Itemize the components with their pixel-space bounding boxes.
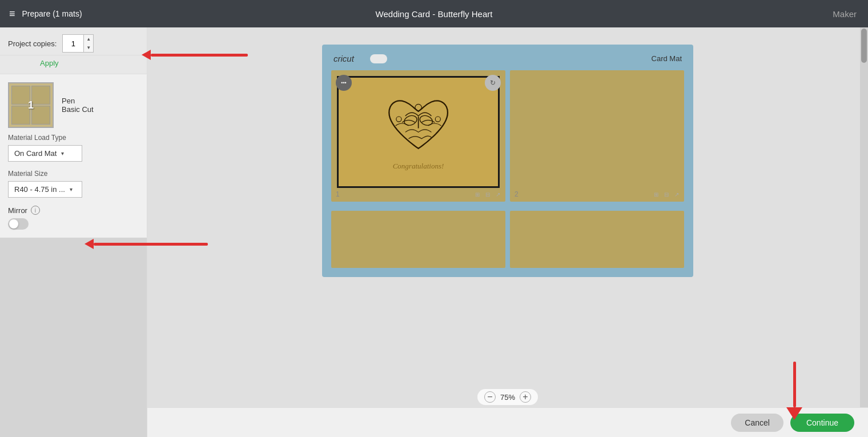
apply-button[interactable]: Apply	[40, 59, 59, 67]
card-mat-label: Card Mat	[652, 54, 682, 63]
butterfly-heart-svg	[359, 93, 478, 158]
zoom-controls: − 75% +	[477, 389, 538, 405]
material-size-chevron-icon: ▾	[70, 186, 73, 193]
mirror-toggle-wrap	[8, 218, 139, 230]
mirror-section: Mirror i	[8, 206, 139, 230]
mat-bottom-cell-2	[510, 211, 684, 268]
material-load-value: On Card Mat	[14, 149, 57, 158]
cancel-button[interactable]: Cancel	[731, 414, 783, 432]
mat-cell-1-icons: ⊞ ⊟ ↗	[473, 190, 502, 198]
mirror-info-icon[interactable]: i	[31, 206, 40, 215]
canvas-area: cricut Card Mat ••• ↻	[147, 27, 868, 437]
header-title: Prepare (1 mats)	[22, 9, 82, 18]
svg-point-5	[415, 104, 421, 110]
zoom-plus-button[interactable]: +	[520, 391, 531, 403]
zoom-level: 75%	[500, 393, 515, 402]
mat-type-subtype: Basic Cut	[62, 105, 94, 114]
material-size-section: Material Size R40 - 4.75 in ... ▾	[8, 170, 139, 198]
card-design: Congratulations!	[337, 76, 500, 188]
mat-number-badge: 1	[28, 99, 34, 111]
mat-cell-2-icon-2: ⊟	[662, 190, 670, 198]
mat-thumb-row: 1 Pen Basic Cut	[8, 82, 139, 128]
mat-section: 1 Pen Basic Cut Material Load Type On Ca…	[0, 74, 147, 238]
mat-type-label: Pen	[62, 97, 94, 105]
copies-down-button[interactable]: ▼	[84, 43, 93, 52]
mat-refresh-button[interactable]: ↻	[485, 75, 501, 91]
mat-cell-icon-2: ⊟	[484, 190, 492, 198]
menu-icon[interactable]: ≡	[9, 8, 15, 20]
material-size-dropdown[interactable]: R40 - 4.75 in ... ▾	[8, 181, 82, 198]
mat-canvas-header: cricut Card Mat	[331, 54, 684, 63]
copies-input[interactable]	[63, 35, 83, 52]
material-size-label: Material Size	[8, 170, 139, 178]
svg-point-3	[396, 117, 401, 122]
sidebar-bottom	[0, 238, 147, 437]
mat-type-info: Pen Basic Cut	[62, 97, 94, 114]
copies-input-wrap: ▲ ▼	[62, 34, 94, 53]
header: ≡ Prepare (1 mats) Wedding Card - Butter…	[0, 0, 868, 27]
mat-grid-bottom	[331, 211, 684, 268]
material-load-dropdown[interactable]: On Card Mat ▾	[8, 145, 82, 162]
material-load-section: Material Load Type On Card Mat ▾	[8, 134, 139, 162]
mat-cell-1: ••• ↻	[331, 70, 505, 202]
project-copies-row: Project copies: ▲ ▼	[0, 27, 147, 55]
mat-header-left: cricut	[333, 54, 387, 63]
mat-thumbnail: 1	[8, 82, 54, 128]
mat-cell-2-icon-3: ↗	[673, 190, 681, 198]
continue-button[interactable]: Continue	[790, 414, 854, 432]
mat-canvas-container: cricut Card Mat ••• ↻	[147, 27, 868, 283]
copies-up-button[interactable]: ▲	[84, 35, 93, 43]
mirror-toggle-knob	[9, 219, 18, 228]
mat-cell-2: 2 ⊞ ⊟ ↗	[510, 70, 684, 202]
congrats-text: Congratulations!	[393, 162, 444, 171]
sidebar: Project copies: ▲ ▼ Apply	[0, 27, 147, 437]
mat-canvas: cricut Card Mat ••• ↻	[322, 45, 693, 277]
mat-cell-2-icon-1: ⊞	[652, 190, 660, 198]
material-size-value: R40 - 4.75 in ...	[14, 185, 65, 194]
zoom-minus-button[interactable]: −	[484, 391, 496, 403]
mat-bottom-cell-1	[331, 211, 505, 268]
mat-cell-1-label: 1	[336, 190, 340, 198]
header-machine-label: Maker	[833, 9, 857, 19]
cricut-logo: cricut	[333, 54, 354, 63]
mat-cell-icon-3: ↗	[494, 190, 502, 198]
header-center-title: Wedding Card - Butterfly Heart	[376, 9, 493, 19]
mat-thumb-cell-4	[31, 106, 50, 125]
mirror-label-row: Mirror i	[8, 206, 139, 215]
scrollbar-thumb	[861, 29, 867, 63]
mirror-text: Mirror	[8, 206, 27, 215]
material-load-label: Material Load Type	[8, 134, 139, 142]
svg-point-4	[435, 117, 440, 122]
mat-cell-icon-1: ⊞	[473, 190, 481, 198]
project-copies-label: Project copies:	[8, 39, 57, 48]
mat-thumb-cell-2	[31, 86, 50, 105]
mat-cell-2-icons: ⊞ ⊟ ↗	[652, 190, 681, 198]
mirror-toggle[interactable]	[8, 218, 29, 230]
oval-indicator	[370, 54, 387, 63]
copies-spinner: ▲ ▼	[83, 35, 93, 52]
mat-grid-top: ••• ↻	[331, 70, 684, 206]
mat-more-button[interactable]: •••	[336, 75, 352, 91]
material-load-chevron-icon: ▾	[61, 150, 64, 157]
mat-cell-2-label: 2	[515, 190, 519, 198]
apply-row: Apply	[0, 55, 147, 74]
right-scrollbar[interactable]	[860, 27, 868, 407]
bottom-bar: Cancel Continue	[147, 407, 868, 437]
